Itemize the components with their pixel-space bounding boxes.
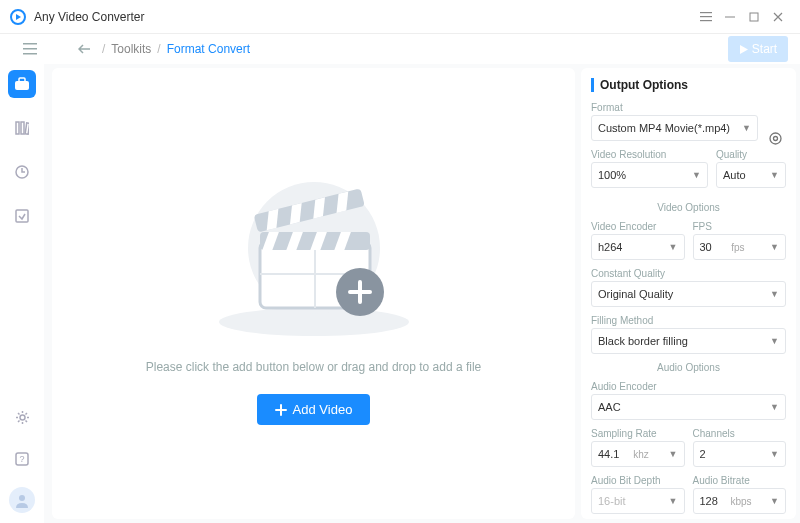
user-avatar[interactable]	[9, 487, 35, 513]
aencoder-select[interactable]: AAC ▼	[591, 394, 786, 420]
svg-rect-6	[23, 43, 37, 45]
vencoder-label: Video Encoder	[591, 221, 685, 232]
svg-rect-5	[750, 13, 758, 21]
breadcrumb: / Toolkits / Format Convert	[78, 42, 250, 56]
svg-rect-8	[23, 53, 37, 55]
svg-point-19	[19, 495, 25, 501]
add-video-button[interactable]: Add Video	[257, 394, 371, 425]
content: ?	[0, 64, 800, 523]
svg-rect-13	[25, 123, 29, 134]
chevron-down-icon: ▼	[770, 402, 779, 412]
cq-label: Constant Quality	[591, 268, 786, 279]
channels-select[interactable]: 2 ▼	[693, 441, 787, 467]
chevron-down-icon: ▼	[770, 242, 779, 252]
bitdepth-select: 16-bit ▼	[591, 488, 685, 514]
output-panel: Output Options Format Custom MP4 Movie(*…	[581, 68, 796, 519]
svg-point-36	[770, 133, 781, 144]
resolution-label: Video Resolution	[591, 149, 708, 160]
close-button[interactable]	[766, 5, 790, 29]
format-label: Format	[591, 102, 758, 113]
quality-select[interactable]: Auto ▼	[716, 162, 786, 188]
chevron-down-icon: ▼	[669, 496, 678, 506]
maximize-button[interactable]	[742, 5, 766, 29]
format-select[interactable]: Custom MP4 Movie(*.mp4) ▼	[591, 115, 758, 141]
fill-label: Filling Method	[591, 315, 786, 326]
svg-rect-12	[21, 122, 24, 134]
svg-point-16	[20, 415, 25, 420]
panel-title: Output Options	[591, 78, 786, 92]
fill-select[interactable]: Black border filling ▼	[591, 328, 786, 354]
drop-zone[interactable]: Please click the add button below or dra…	[52, 68, 575, 519]
chevron-down-icon: ▼	[669, 242, 678, 252]
svg-text:?: ?	[19, 454, 24, 464]
svg-rect-1	[700, 12, 712, 13]
srate-label: Sampling Rate	[591, 428, 685, 439]
svg-point-37	[773, 136, 777, 140]
title-bar: Any Video Converter	[0, 0, 800, 34]
fps-label: FPS	[693, 221, 787, 232]
sidebar-item-settings[interactable]	[8, 403, 36, 431]
chevron-down-icon: ▼	[770, 336, 779, 346]
svg-rect-7	[23, 48, 37, 50]
menu-icon[interactable]	[694, 5, 718, 29]
svg-rect-15	[16, 210, 28, 222]
cq-select[interactable]: Original Quality ▼	[591, 281, 786, 307]
video-options-section: Video Options	[591, 202, 786, 213]
format-settings-button[interactable]	[764, 127, 786, 149]
chevron-down-icon: ▼	[742, 123, 751, 133]
bitdepth-label: Audio Bit Depth	[591, 475, 685, 486]
aencoder-label: Audio Encoder	[591, 381, 786, 392]
app-logo-icon	[10, 9, 26, 25]
audio-options-section: Audio Options	[591, 362, 786, 373]
abitrate-select[interactable]: 128 kbps ▼	[693, 488, 787, 514]
start-label: Start	[752, 42, 777, 56]
breadcrumb-current: Format Convert	[167, 42, 250, 56]
back-icon[interactable]	[78, 44, 90, 54]
srate-select[interactable]: 44.1 khz ▼	[591, 441, 685, 467]
chevron-down-icon: ▼	[669, 449, 678, 459]
hamburger-icon[interactable]	[20, 39, 40, 59]
start-button[interactable]: Start	[728, 36, 788, 62]
quality-label: Quality	[716, 149, 786, 160]
main-area: Please click the add button below or dra…	[44, 64, 800, 523]
chevron-down-icon: ▼	[770, 289, 779, 299]
sidebar-item-toolkit[interactable]	[8, 70, 36, 98]
svg-rect-2	[700, 16, 712, 17]
add-video-label: Add Video	[293, 402, 353, 417]
top-bar: / Toolkits / Format Convert Start	[0, 34, 800, 64]
sidebar-item-output[interactable]	[8, 202, 36, 230]
svg-rect-3	[700, 20, 712, 21]
resolution-select[interactable]: 100% ▼	[591, 162, 708, 188]
sidebar-item-history[interactable]	[8, 158, 36, 186]
clapperboard-icon	[204, 162, 424, 342]
drop-hint: Please click the add button below or dra…	[146, 360, 482, 374]
channels-label: Channels	[693, 428, 787, 439]
svg-rect-11	[16, 122, 19, 134]
sidebar: ?	[0, 64, 44, 523]
svg-rect-4	[725, 16, 735, 17]
vencoder-select[interactable]: h264 ▼	[591, 234, 685, 260]
chevron-down-icon: ▼	[770, 449, 779, 459]
minimize-button[interactable]	[718, 5, 742, 29]
svg-rect-10	[19, 78, 25, 82]
chevron-down-icon: ▼	[692, 170, 701, 180]
fps-select[interactable]: 30 fps ▼	[693, 234, 787, 260]
breadcrumb-root[interactable]: Toolkits	[111, 42, 151, 56]
sidebar-item-help[interactable]: ?	[8, 445, 36, 473]
sidebar-item-library[interactable]	[8, 114, 36, 142]
chevron-down-icon: ▼	[770, 496, 779, 506]
app-title: Any Video Converter	[34, 10, 145, 24]
abitrate-label: Audio Bitrate	[693, 475, 787, 486]
chevron-down-icon: ▼	[770, 170, 779, 180]
